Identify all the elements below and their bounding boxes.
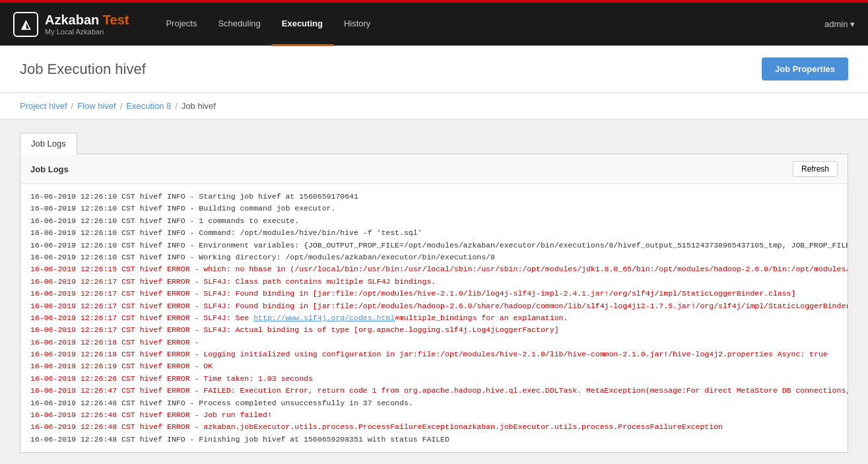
log-line: 16-06-2019 12:26:15 CST hivef ERROR - wh… bbox=[30, 263, 838, 275]
log-line: 16-06-2019 12:26:48 CST hivef ERROR - Jo… bbox=[30, 409, 838, 421]
log-line: 16-06-2019 12:26:18 CST hivef ERROR - bbox=[30, 337, 838, 348]
brand-subtitle: My Local Azkaban bbox=[45, 28, 129, 36]
log-line: 16-06-2019 12:26:17 CST hivef ERROR - SL… bbox=[30, 276, 838, 288]
log-line: 16-06-2019 12:26:10 CST hivef INFO - 1 c… bbox=[30, 215, 838, 227]
log-line: 16-06-2019 12:26:18 CST hivef ERROR - Lo… bbox=[30, 348, 838, 360]
log-line: 16-06-2019 12:26:10 CST hivef INFO - Com… bbox=[30, 227, 838, 239]
page-header: Job Execution hivef Job Properties bbox=[0, 46, 868, 93]
log-line: 16-06-2019 12:26:10 CST hivef INFO - Wor… bbox=[30, 251, 838, 263]
breadcrumb-sep-2: / bbox=[120, 101, 123, 111]
log-line: 16-06-2019 12:26:10 CST hivef INFO - Sta… bbox=[30, 191, 838, 203]
breadcrumb-project[interactable]: Project hivef bbox=[20, 101, 67, 111]
brand-name: Azkaban Test bbox=[45, 13, 129, 28]
nav-executing[interactable]: Executing bbox=[271, 3, 333, 46]
tab-job-logs[interactable]: Job Logs bbox=[20, 133, 77, 154]
breadcrumb-sep-1: / bbox=[71, 101, 74, 111]
log-line: 16-06-2019 12:26:48 CST hivef INFO - Fin… bbox=[30, 434, 838, 446]
log-line: 16-06-2019 12:26:10 CST hivef INFO - Env… bbox=[30, 240, 838, 251]
log-line: 16-06-2019 12:26:26 CST hivef ERROR - Ti… bbox=[30, 373, 838, 385]
log-line: 16-06-2019 12:26:17 CST hivef ERROR - SL… bbox=[30, 288, 838, 300]
refresh-button[interactable]: Refresh bbox=[793, 161, 838, 177]
job-properties-button[interactable]: Job Properties bbox=[762, 57, 848, 81]
content-area: Job Logs Job Logs Refresh 16-06-2019 12:… bbox=[0, 119, 868, 464]
log-panel-header: Job Logs Refresh bbox=[20, 154, 848, 184]
tabs: Job Logs bbox=[20, 133, 848, 154]
user-menu[interactable]: admin ▾ bbox=[824, 19, 855, 29]
breadcrumb-sep-3: / bbox=[175, 101, 178, 111]
log-panel-title: Job Logs bbox=[30, 164, 69, 174]
log-line: 16-06-2019 12:26:17 CST hivef ERROR - SL… bbox=[30, 300, 838, 312]
log-line: 16-06-2019 12:26:17 CST hivef ERROR - SL… bbox=[30, 312, 838, 324]
brand-logo: ◭ bbox=[13, 12, 38, 37]
log-line: 16-06-2019 12:26:19 CST hivef ERROR - OK bbox=[30, 360, 838, 372]
breadcrumb-job: Job hivef bbox=[182, 101, 216, 111]
nav-links: Projects Scheduling Executing History bbox=[155, 3, 381, 46]
page-title: Job Execution hivef bbox=[20, 61, 146, 78]
log-panel: Job Logs Refresh 16-06-2019 12:26:10 CST… bbox=[20, 154, 848, 453]
breadcrumb-flow[interactable]: Flow hivef bbox=[77, 101, 116, 111]
log-line: 16-06-2019 12:26:48 CST hivef INFO - Pro… bbox=[30, 397, 838, 409]
brand: ◭ Azkaban Test My Local Azkaban bbox=[13, 12, 129, 37]
brand-highlight: Test bbox=[99, 13, 129, 27]
navbar: ◭ Azkaban Test My Local Azkaban Projects… bbox=[0, 3, 868, 46]
log-content: 16-06-2019 12:26:10 CST hivef INFO - Sta… bbox=[20, 184, 848, 452]
log-line: 16-06-2019 12:26:48 CST hivef ERROR - az… bbox=[30, 421, 838, 433]
log-line: 16-06-2019 12:26:17 CST hivef ERROR - SL… bbox=[30, 324, 838, 336]
nav-scheduling[interactable]: Scheduling bbox=[207, 3, 271, 46]
breadcrumb: Project hivef / Flow hivef / Execution 8… bbox=[0, 93, 868, 119]
breadcrumb-execution[interactable]: Execution 8 bbox=[126, 101, 171, 111]
nav-projects[interactable]: Projects bbox=[155, 3, 207, 46]
log-line: 16-06-2019 12:26:10 CST hivef INFO - Bui… bbox=[30, 203, 838, 215]
nav-history[interactable]: History bbox=[333, 3, 381, 46]
log-line: 16-06-2019 12:26:47 CST hivef ERROR - FA… bbox=[30, 385, 838, 397]
